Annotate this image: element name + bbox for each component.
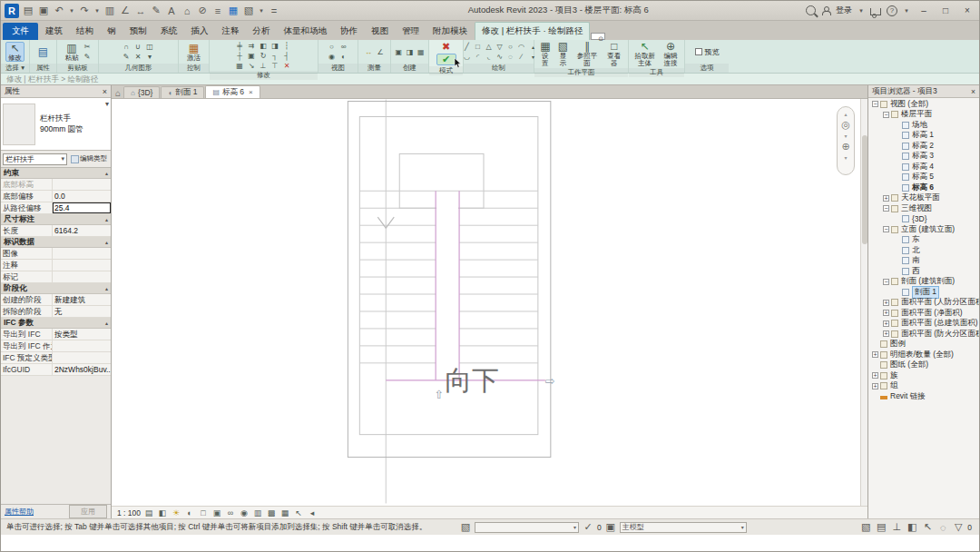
property-row[interactable]: 标记 [1, 271, 111, 283]
default-3d-view-icon[interactable]: ⌂ [181, 5, 193, 17]
print-icon[interactable]: ▥ [103, 5, 116, 17]
tab-collaborate[interactable]: 协作 [334, 23, 364, 40]
properties-help-link[interactable]: 属性帮助 [5, 507, 34, 517]
edit-joins-button[interactable]: ⊕编辑连接 [660, 41, 681, 67]
trim-single-icon[interactable]: ┤ [282, 51, 292, 60]
lightbulb-icon[interactable]: ○ [327, 43, 337, 52]
pick-new-host-button[interactable]: ↖拾取新主体 [632, 41, 658, 67]
section-icon[interactable]: ⊘ [196, 5, 209, 17]
property-row[interactable]: 创建的阶段新建建筑 [1, 294, 111, 306]
tree-item-level1[interactable]: 标高 1 [868, 131, 979, 142]
text-icon[interactable]: A [165, 5, 178, 17]
unpin-icon[interactable]: ⊤ [270, 61, 280, 70]
tree-item-west[interactable]: 西 [868, 266, 979, 277]
redo-dropdown-icon[interactable]: ▾ [93, 5, 101, 17]
section-ifc[interactable]: IFC 参数▴ [1, 318, 111, 329]
tree-item-level5[interactable]: 标高 5 [868, 172, 979, 183]
mirror-pick-axis-icon[interactable]: ◧ [259, 41, 269, 50]
expander-icon[interactable]: + [883, 300, 889, 306]
more-controls-icon[interactable]: ◂ [307, 508, 318, 518]
expander-icon[interactable]: − [883, 226, 889, 232]
tree-item-area-plan-gross[interactable]: +面积平面 (总建筑面积) [868, 319, 979, 330]
pin-icon[interactable]: ⊥ [259, 61, 269, 70]
tree-item-families[interactable]: +族 [868, 370, 979, 381]
draw-line-icon[interactable]: ╱ [462, 43, 472, 52]
analytical-model-icon[interactable]: ▩ [266, 508, 277, 518]
type-preview[interactable]: 栏杆扶手900mm 圆管 ▾ [1, 98, 111, 151]
project-browser-close-icon[interactable]: × [971, 87, 975, 96]
view-tab-level6[interactable]: ▤标高 6× [205, 85, 260, 98]
draw-polygon-inscribed-icon[interactable]: △ [484, 43, 494, 52]
tree-item-revit-links[interactable]: Revit 链接 [868, 391, 979, 402]
tree-item-south[interactable]: 南 [868, 256, 979, 267]
expander-icon[interactable]: − [883, 112, 889, 118]
tree-item-area-plan-fire[interactable]: +面积平面 (防火分区面积) [868, 329, 979, 340]
expander-icon[interactable]: + [883, 310, 889, 316]
tab-file[interactable]: 文件 [3, 23, 38, 40]
move-icon[interactable]: ┼ [235, 51, 245, 60]
visual-style-icon[interactable]: ◧ [157, 508, 168, 518]
delete-icon[interactable]: ✕ [282, 61, 292, 70]
property-row[interactable]: 导出到 IFC按类型 [1, 329, 111, 340]
detail-level-icon[interactable]: ▤ [143, 508, 154, 518]
draw-arc-tangent-icon[interactable]: ◜ [473, 53, 483, 62]
help-dropdown-icon[interactable]: ▾ [903, 5, 910, 17]
offset-from-path-input[interactable] [53, 202, 111, 213]
select-by-face-toggle-icon[interactable]: ◧ [906, 521, 918, 534]
tree-item-floor-plans[interactable]: −楼层平面 [868, 110, 979, 121]
tree-item-area-plan-net[interactable]: +面积平面 (净面积) [868, 308, 979, 319]
property-row[interactable]: IFC 预定义类型 [1, 352, 111, 364]
expander-icon[interactable]: + [872, 351, 878, 358]
mirror-draw-axis-icon[interactable]: ◨ [270, 41, 280, 50]
tab-analyze[interactable]: 分析 [247, 23, 277, 40]
tab-modify-railing-sketch[interactable]: 修改 | 栏杆扶手 · 绘制路径 [475, 22, 590, 40]
ribbon-expand-icon[interactable]: ⊙ [591, 33, 605, 40]
wheel-dropdown-icon[interactable]: ▾ [844, 133, 847, 139]
tab-insert[interactable]: 插入 [185, 23, 215, 40]
preview-checkbox[interactable] [695, 48, 702, 55]
temporary-view-properties-icon[interactable]: ▥ [252, 508, 263, 518]
expander-icon[interactable]: + [883, 330, 889, 337]
join-geometry-icon[interactable]: ∪ [133, 43, 143, 52]
undo-dropdown-icon[interactable]: ▾ [68, 5, 75, 17]
demolish-icon[interactable]: ✕ [133, 53, 143, 62]
workplane-set-button[interactable]: ▦设置 [537, 41, 554, 67]
scrollbar-thumb[interactable] [862, 135, 867, 244]
workplane-show-button[interactable]: ▧显示 [555, 41, 572, 67]
draw-fillet-arc-icon[interactable]: ◟ [484, 53, 494, 62]
property-row[interactable]: 长度6164.2 [1, 225, 111, 237]
draw-arc-center-ends-icon[interactable]: ◡ [462, 53, 472, 62]
drawing-area[interactable]: 向下 ⇧ ⇨ ▴ ◎ ▾ ⊕ ▾ [112, 99, 867, 506]
tab-precast[interactable]: 预制 [123, 23, 153, 40]
tree-item-level6-current[interactable]: 标高 6 [868, 182, 979, 193]
tag-icon[interactable]: ✎ [150, 5, 162, 17]
expander-icon[interactable]: − [883, 279, 889, 285]
aligned-dimension-icon[interactable]: ↔ [134, 5, 147, 17]
draw-arc-start-end-icon[interactable]: ◠ [516, 43, 526, 52]
design-option-dropdown[interactable]: 主模型▾ [620, 522, 747, 533]
section-dimensions[interactable]: 尺寸标注▴ [1, 214, 111, 225]
scale-label[interactable]: 1 : 100 [117, 508, 141, 518]
ref-plane-button[interactable]: ∥参照平面 [573, 41, 601, 67]
selection-filter-icon[interactable]: ▽ [952, 521, 965, 534]
select-links-toggle-icon[interactable]: ▧ [859, 521, 872, 534]
search-icon[interactable] [806, 5, 816, 15]
shadows-icon[interactable]: ◐ [184, 508, 195, 518]
reveal-hidden-icon[interactable]: ◉ [327, 53, 337, 62]
tree-item-level2[interactable]: 标高 2 [868, 141, 979, 152]
steering-wheel-icon[interactable]: ◎ [841, 119, 850, 131]
preview-checkbox-row[interactable]: 预览 [695, 47, 720, 57]
expander-icon[interactable]: − [872, 101, 878, 107]
tree-item-north[interactable]: 北 [868, 245, 979, 256]
show-crop-region-icon[interactable]: ▣ [211, 508, 222, 518]
signin-dropdown-icon[interactable]: ▾ [858, 5, 865, 17]
property-row[interactable]: 图像 [1, 248, 111, 260]
save-icon[interactable]: ▣ [37, 5, 50, 17]
scale-icon[interactable]: ↘ [247, 61, 257, 70]
tab-manage[interactable]: 管理 [396, 23, 426, 40]
dimension-tool-icon[interactable]: ∠ [376, 47, 386, 56]
account-icon[interactable] [821, 6, 830, 15]
tab-systems[interactable]: 系统 [154, 23, 184, 40]
display-icon[interactable]: ◐ [338, 53, 348, 62]
zoom-tool-icon[interactable]: ⊕ [841, 141, 849, 153]
